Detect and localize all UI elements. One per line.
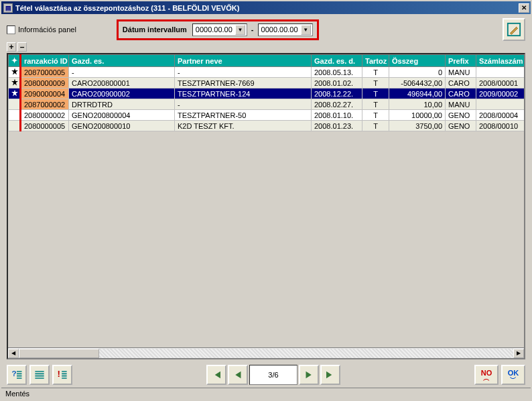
col-gazd-es-datum[interactable]: Gazd. es. d.	[312, 55, 362, 67]
scroll-left-button[interactable]: ◀	[8, 349, 19, 358]
cell-gazd-datum[interactable]: 2008.01.10.	[312, 110, 362, 121]
cell-tartoz[interactable]: T	[362, 67, 389, 78]
cell-gazd-datum[interactable]: 2008.01.23.	[312, 121, 362, 131]
cell-tranzakcio-id[interactable]: 2080000009	[21, 78, 69, 89]
scrollbar-thumb[interactable]	[19, 349, 99, 358]
col-prefix[interactable]: Prefix	[446, 55, 476, 67]
cell-partner[interactable]: TESZTPARTNER-124	[175, 89, 312, 99]
cell-osszeg[interactable]: 10000,00	[389, 110, 446, 121]
cell-tranzakcio-id[interactable]: 2090000004	[21, 89, 69, 99]
add-row-button[interactable]: +	[7, 42, 16, 52]
cell-gazd-es[interactable]: CARO200900002	[69, 89, 175, 99]
infopanel-checkbox[interactable]	[7, 25, 15, 34]
horizontal-scrollbar[interactable]: ◀ ▶	[8, 347, 524, 358]
list-icon	[33, 368, 46, 382]
col-osszeg[interactable]: Összeg	[389, 55, 446, 67]
cell-tartoz[interactable]: T	[362, 78, 389, 89]
cell-gazd-datum[interactable]: 2008.02.27.	[312, 99, 362, 110]
cell-osszeg[interactable]: -5064432,00	[389, 78, 446, 89]
cell-tranzakcio-id[interactable]: 2087000002	[21, 99, 69, 110]
cell-partner[interactable]: TESZTPARTNER-50	[175, 110, 312, 121]
table-row[interactable]: 2090000004CARO200900002TESZTPARTNER-1242…	[9, 89, 525, 99]
cell-tartoz[interactable]: T	[362, 99, 389, 110]
col-partner-neve[interactable]: Partner neve	[175, 55, 312, 67]
cell-prefix[interactable]: CARO	[446, 89, 476, 99]
cell-szamlaszam[interactable]: 2008/00010	[476, 121, 525, 131]
alert-list-button[interactable]: !	[52, 365, 72, 385]
cell-tartoz[interactable]: T	[362, 89, 389, 99]
table-row[interactable]: 2087000002DRTRDTRD-2008.02.27.T10,00MANU	[9, 99, 525, 110]
cell-szamlaszam[interactable]	[476, 99, 525, 110]
cell-szamlaszam[interactable]: 2008/00004	[476, 110, 525, 121]
remove-row-button[interactable]: –	[17, 42, 27, 52]
chevron-down-icon[interactable]: ▼	[301, 25, 311, 35]
cell-gazd-datum[interactable]: 2008.12.22.	[312, 89, 362, 99]
help-button[interactable]: ?	[7, 365, 27, 385]
table-row[interactable]: 2080000009CARO200800001TESZTPARTNER-7669…	[9, 78, 525, 89]
cell-osszeg[interactable]: 0	[389, 67, 446, 78]
data-table[interactable]: ✦ ranzakció ID Gazd. es. Partner neve Ga…	[8, 54, 524, 131]
cell-mark[interactable]	[9, 67, 21, 78]
cell-prefix[interactable]: MANU	[446, 99, 476, 110]
cell-partner[interactable]: -	[175, 67, 312, 78]
alert-lines-icon: !	[56, 368, 69, 382]
smile-icon: ︶	[510, 377, 517, 381]
cell-szamlaszam[interactable]	[476, 67, 525, 78]
cell-partner[interactable]: -	[175, 99, 312, 110]
cell-tranzakcio-id[interactable]: 2080000005	[21, 121, 69, 131]
next-page-button[interactable]	[299, 365, 319, 385]
cell-gazd-es[interactable]: DRTRDTRD	[69, 99, 175, 110]
cell-gazd-es[interactable]: GENO200800004	[69, 110, 175, 121]
scroll-right-button[interactable]: ▶	[513, 349, 524, 358]
cell-mark[interactable]	[9, 99, 21, 110]
cell-mark[interactable]	[9, 89, 21, 99]
cell-gazd-datum[interactable]: 2008.01.02.	[312, 78, 362, 89]
close-button[interactable]: ✕	[519, 3, 529, 13]
col-gazd-es[interactable]: Gazd. es.	[69, 55, 175, 67]
cell-prefix[interactable]: MANU	[446, 67, 476, 78]
cell-prefix[interactable]: GENO	[446, 121, 476, 131]
date-from-input[interactable]: 0000.00.00 ▼	[192, 23, 247, 36]
cell-gazd-es[interactable]: -	[69, 67, 175, 78]
table-row[interactable]: 2080000002GENO200800004TESZTPARTNER-5020…	[9, 110, 525, 121]
cell-tranzakcio-id[interactable]: 2080000002	[21, 110, 69, 121]
edit-button[interactable]	[503, 18, 525, 41]
cell-tartoz[interactable]: T	[362, 110, 389, 121]
cell-partner[interactable]: TESZTPARTNER-7669	[175, 78, 312, 89]
cell-prefix[interactable]: CARO	[446, 78, 476, 89]
col-selector[interactable]: ✦	[9, 55, 21, 67]
cell-szamlaszam[interactable]: 2008/00001	[476, 78, 525, 89]
cell-mark[interactable]	[9, 110, 21, 121]
cell-mark[interactable]	[9, 121, 21, 131]
cell-mark[interactable]	[9, 78, 21, 89]
cell-osszeg[interactable]: 3750,00	[389, 121, 446, 131]
pager: 3/6	[206, 365, 341, 385]
cell-osszeg[interactable]: 496944,00	[389, 89, 446, 99]
cell-szamlaszam[interactable]: 2009/00002	[476, 89, 525, 99]
cell-tranzakcio-id[interactable]: 2087000005	[21, 67, 69, 78]
no-button[interactable]: NO ︵	[474, 365, 498, 385]
col-tranzakcio-id[interactable]: ranzakció ID	[21, 55, 69, 67]
page-text: 3/6	[268, 371, 278, 379]
first-page-button[interactable]	[206, 365, 226, 385]
cell-prefix[interactable]: GENO	[446, 110, 476, 121]
cell-gazd-datum[interactable]: 2008.05.13.	[312, 67, 362, 78]
ok-button[interactable]: OK ︶	[501, 365, 525, 385]
last-page-button[interactable]	[320, 365, 340, 385]
table-row[interactable]: 2080000005GENO200800010K2D TESZT KFT.200…	[9, 121, 525, 131]
date-to-input[interactable]: 0000.00.00 ▼	[258, 23, 313, 36]
list-button[interactable]	[29, 365, 50, 385]
cell-osszeg[interactable]: 10,00	[389, 99, 446, 110]
table-row[interactable]: 2087000005--2008.05.13.T0MANU	[9, 67, 525, 78]
chevron-down-icon[interactable]: ▼	[235, 25, 245, 35]
col-szamlaszam[interactable]: Számlaszám	[476, 55, 525, 67]
cell-gazd-es[interactable]: GENO200800010	[69, 121, 175, 131]
date-filter-label: Dátum intervallum	[123, 25, 187, 34]
scrollbar-track[interactable]	[19, 349, 513, 358]
cell-gazd-es[interactable]: CARO200800001	[69, 78, 175, 89]
titlebar: ▤ Tétel választása az összepontozáshoz (…	[1, 1, 531, 14]
cell-partner[interactable]: K2D TESZT KFT.	[175, 121, 312, 131]
cell-tartoz[interactable]: T	[362, 121, 389, 131]
col-tartoz[interactable]: Tartoz	[362, 55, 389, 67]
prev-page-button[interactable]	[228, 365, 248, 385]
